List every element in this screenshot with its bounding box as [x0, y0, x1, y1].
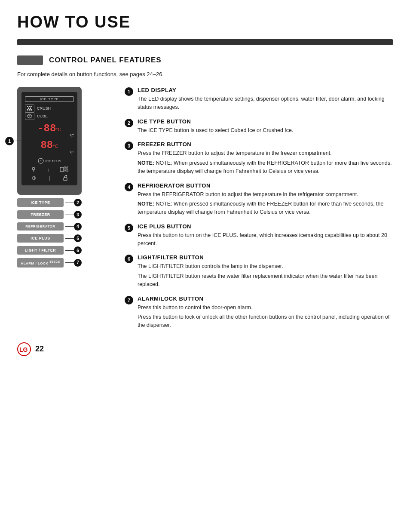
svg-rect-17 [64, 178, 67, 181]
buttons-section: ICE TYPE 2 FREEZER 3 REFRIGERATOR [17, 198, 82, 269]
panel-diagram: 1 ICE TYPE [17, 87, 112, 269]
section-header-bar [17, 55, 43, 65]
sound-lock-row: | [25, 175, 74, 181]
svg-text:*: * [40, 160, 41, 163]
desc-heading-6: LIGHT/FILTER BUTTON [138, 254, 393, 261]
cube-icon-box [25, 112, 34, 120]
section-header: CONTROL PANEL FEATURES [17, 55, 393, 65]
button-ice-plus[interactable]: ICE PLUS [17, 234, 64, 243]
desc-item-3: 3 FREEZER BUTTON Press the FREEZER butto… [125, 141, 393, 175]
svg-rect-4 [30, 108, 31, 109]
svg-text:LG: LG [19, 346, 28, 353]
svg-rect-7 [31, 109, 32, 111]
desc-num-4: 4 [125, 183, 133, 191]
bottom-icons-row: | HOLD 35SECS MONTH [25, 166, 74, 172]
desc-heading-7: ALARM/LOCK BUTTON [138, 295, 393, 302]
led-display: ICE TYPE [21, 92, 77, 185]
desc-note-3: NOTE: NOTE: When pressed simultaneously … [138, 159, 393, 175]
desc-item-2: 2 ICE TYPE BUTTON The ICE TYPE button is… [125, 118, 393, 135]
desc-note2-7: Press this button to lock or unlock all … [138, 313, 393, 329]
desc-text-7: Press this button to control the door-op… [138, 304, 393, 312]
desc-note-4: NOTE: NOTE: When pressed simultaneously … [138, 200, 393, 216]
button-ice-type[interactable]: ICE TYPE [17, 198, 64, 207]
page-number: 22 [35, 344, 44, 354]
callout-ice-type: 2 [65, 199, 82, 206]
desc-num-7: 7 [125, 296, 133, 304]
callout-freezer: 3 [65, 211, 82, 218]
crush-label: CRUSH [37, 106, 51, 111]
main-content: 1 ICE TYPE [17, 87, 393, 329]
button-row-ice-plus: ICE PLUS 5 [17, 234, 82, 243]
desc-heading-2: ICE TYPE BUTTON [138, 118, 393, 125]
callout-light-filter: 6 [65, 246, 82, 254]
fridge-temp-value: 88 [40, 139, 53, 151]
svg-rect-0 [27, 106, 28, 107]
cube-label: CUBE [37, 114, 48, 118]
page-title: HOW TO USE [17, 13, 393, 31]
svg-rect-2 [31, 106, 32, 107]
desc-text-6: The LIGHT/FILTER button controls the lam… [138, 262, 393, 271]
fridge-temp-display: 88°C °F [25, 140, 74, 155]
desc-heading-4: REFRIGERATOR BUTTON [138, 182, 393, 189]
desc-content-6: LIGHT/FILTER BUTTON The LIGHT/FILTER but… [138, 254, 393, 288]
button-freezer[interactable]: FREEZER [17, 210, 64, 219]
button-light-filter[interactable]: LIGHT / FILTER [17, 246, 64, 255]
desc-content-7: ALARM/LOCK BUTTON Press this button to c… [138, 295, 393, 329]
callout-1: 1 [5, 137, 22, 145]
desc-text-5: Press this button to turn on the ICE PLU… [138, 231, 393, 248]
desc-text-4: Press the REFRIGERATOR button to adjust … [138, 191, 393, 199]
svg-text:MONTH: MONTH [64, 166, 68, 168]
desc-content-5: ICE PLUS BUTTON Press this button to tur… [138, 223, 393, 248]
desc-text-1: The LED display shows the temperature se… [138, 95, 393, 111]
svg-rect-1 [29, 106, 30, 107]
svg-rect-5 [27, 109, 28, 111]
callout-alarm-lock: 7 [65, 259, 82, 267]
footer: LG 22 [17, 342, 393, 356]
desc-num-1: 1 [125, 87, 133, 96]
cube-row: CUBE [25, 112, 74, 120]
subtitle: For complete details on button functions… [17, 71, 393, 77]
button-alarm-lock[interactable]: ALARM / LOCK 3SECS [17, 258, 64, 268]
ice-plus-display-row: * ICE PLUS [25, 158, 74, 164]
svg-rect-12 [60, 167, 64, 172]
descriptions-section: 1 LED DISPLAY The LED display shows the … [125, 87, 393, 329]
button-refrigerator[interactable]: REFRIGERATOR [17, 222, 64, 231]
lg-logo: LG [17, 342, 31, 356]
desc-num-2: 2 [125, 119, 133, 127]
svg-point-10 [32, 167, 35, 170]
svg-marker-16 [33, 176, 34, 180]
callout-refrigerator: 4 [65, 223, 82, 231]
desc-text-3: Press the FREEZER button to adjust the t… [138, 149, 393, 157]
svg-rect-6 [29, 109, 30, 111]
callout-circle-1: 1 [5, 137, 14, 145]
desc-item-1: 1 LED DISPLAY The LED display shows the … [125, 87, 393, 111]
button-row-light-filter: LIGHT / FILTER 6 [17, 246, 82, 255]
desc-heading-5: ICE PLUS BUTTON [138, 223, 393, 230]
desc-content-1: LED DISPLAY The LED display shows the te… [138, 87, 393, 111]
ice-plus-display-label: ICE PLUS [46, 159, 61, 163]
desc-item-4: 4 REFRIGERATOR BUTTON Press the REFRIGER… [125, 182, 393, 216]
desc-content-4: REFRIGERATOR BUTTON Press the REFRIGERAT… [138, 182, 393, 216]
desc-content-3: FREEZER BUTTON Press the FREEZER button … [138, 141, 393, 175]
desc-heading-3: FREEZER BUTTON [138, 141, 393, 148]
desc-content-2: ICE TYPE BUTTON The ICE TYPE button is u… [138, 118, 393, 135]
svg-rect-3 [28, 108, 29, 109]
panel-display-body: ICE TYPE [17, 87, 82, 195]
button-row-ice-type: ICE TYPE 2 [17, 198, 82, 207]
freezer-temp-display: -88°C °F [25, 123, 74, 138]
desc-item-5: 5 ICE PLUS BUTTON Press this button to t… [125, 223, 393, 248]
callout-ice-plus: 5 [65, 234, 82, 242]
desc-text-2: The ICE TYPE button is used to select Cu… [138, 126, 393, 135]
crush-icon-box [25, 105, 34, 112]
svg-text:35SECS: 35SECS [64, 170, 68, 172]
desc-num-6: 6 [125, 255, 133, 263]
desc-num-3: 3 [125, 141, 133, 150]
desc-note2-6: The LIGHT/FILTER button resets the water… [138, 272, 393, 289]
ice-type-label-display: ICE TYPE [25, 96, 74, 102]
button-row-alarm-lock: ALARM / LOCK 3SECS 7 [17, 258, 82, 268]
button-row-freezer: FREEZER 3 [17, 210, 82, 219]
desc-num-5: 5 [125, 224, 133, 232]
desc-item-6: 6 LIGHT/FILTER BUTTON The LIGHT/FILTER b… [125, 254, 393, 288]
section-title: CONTROL PANEL FEATURES [49, 56, 162, 65]
freezer-temp-value: -88 [37, 123, 56, 134]
